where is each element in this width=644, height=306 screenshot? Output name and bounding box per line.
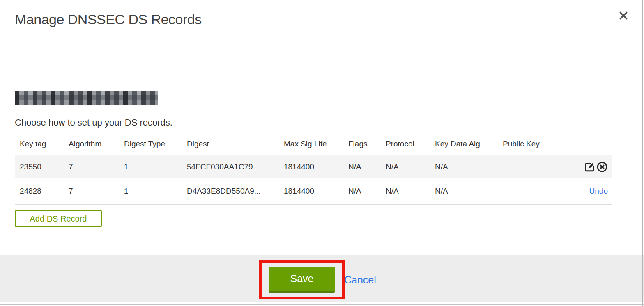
col-header-flags: Flags [343,136,381,155]
edit-record-icon[interactable] [584,161,596,173]
col-header-max-sig-life: Max Sig Life [279,136,343,155]
page-title: Manage DNSSEC DS Records [15,11,202,27]
col-header-digest: Digest [182,136,279,155]
redacted-domain-name [15,91,158,105]
cell-digest-type: 1 [119,178,182,204]
close-icon[interactable] [617,9,630,22]
instruction-text: Choose how to set up your DS records. [15,117,172,128]
row-actions [563,155,612,178]
col-header-key-data-alg: Key Data Alg [430,136,498,155]
undo-link[interactable]: Undo [589,187,608,195]
add-ds-record-button[interactable]: Add DS Record [15,210,102,227]
cell-public-key [498,155,563,178]
cell-max-sig-life: 1814400 [279,155,343,178]
col-header-actions [563,136,612,155]
cell-digest: D4A33E8DD550A9... [182,178,279,204]
cell-key-data-alg: N/A [430,178,498,204]
row-actions: Undo [563,178,612,204]
col-header-key-tag: Key tag [15,136,64,155]
cell-key-data-alg: N/A [430,155,498,178]
cell-algorithm: 7 [64,178,119,204]
cell-digest: 54FCF030AA1C79... [182,155,279,178]
delete-record-icon[interactable] [596,161,608,173]
col-header-digest-type: Digest Type [119,136,182,155]
table-row: 23550 7 1 54FCF030AA1C79... 1814400 N/A … [15,155,612,178]
cell-algorithm: 7 [64,155,119,178]
col-header-protocol: Protocol [381,136,430,155]
modal-right-border [642,0,643,306]
table-header-row: Key tag Algorithm Digest Type Digest Max… [15,136,612,155]
table-row-deleted: 24828 7 1 D4A33E8DD550A9... 1814400 N/A … [15,178,612,204]
save-button[interactable]: Save [269,267,335,293]
cell-protocol: N/A [381,155,430,178]
cell-key-tag: 24828 [15,178,64,204]
cell-max-sig-life: 1814400 [279,178,343,204]
cell-digest-type: 1 [119,155,182,178]
cell-flags: N/A [343,155,381,178]
cancel-link[interactable]: Cancel [344,274,376,286]
cell-key-tag: 23550 [15,155,64,178]
modal-bottom-border [0,304,644,305]
col-header-algorithm: Algorithm [64,136,119,155]
cell-protocol: N/A [381,178,430,204]
col-header-public-key: Public Key [498,136,563,155]
cell-flags: N/A [343,178,381,204]
ds-records-table: Key tag Algorithm Digest Type Digest Max… [15,136,612,205]
cell-public-key [498,178,563,204]
dnssec-modal: Manage DNSSEC DS Records Choose how to s… [0,0,644,306]
